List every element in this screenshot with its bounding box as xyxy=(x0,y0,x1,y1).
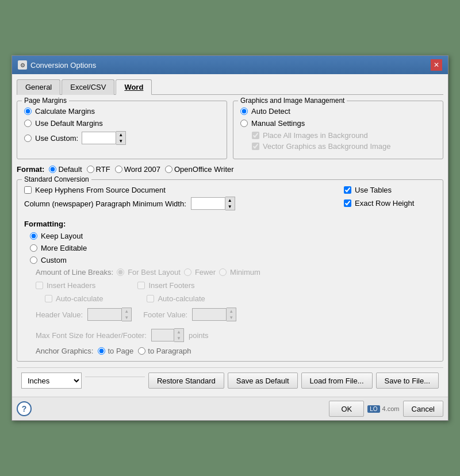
margin-custom-radio[interactable] xyxy=(24,135,32,142)
anchor-page-radio[interactable] xyxy=(98,347,105,355)
auto-detect-row: Auto Detect xyxy=(240,107,436,116)
page-margins-group: Page Margins Calculate Margins Use Defau… xyxy=(17,101,227,159)
exact-row-height-row: Exact Row Height xyxy=(344,199,436,208)
use-tables-row: Use Tables xyxy=(344,186,436,194)
format-default-label: Default xyxy=(58,165,82,174)
units-select[interactable]: Inches Centimeters Points xyxy=(21,373,82,389)
margin-up-btn[interactable]: ▲ xyxy=(116,132,125,138)
anchor-page-label: to Page xyxy=(108,347,133,355)
auto-calc-header-row: Auto-calculate xyxy=(36,294,103,303)
max-font-row: Max Font Size for Header/Footer: 20 ▲ ▼ … xyxy=(24,328,436,342)
format-default-radio[interactable] xyxy=(49,166,56,173)
col-width-row: Column (newspaper) Paragraph Minimum Wid… xyxy=(24,197,235,210)
close-button[interactable]: ✕ xyxy=(431,59,442,71)
points-label: points xyxy=(189,331,209,340)
manual-settings-radio[interactable] xyxy=(240,120,248,127)
cancel-button[interactable]: Cancel xyxy=(403,401,443,417)
custom-formatting-row: Custom xyxy=(30,256,436,264)
footer-value-row: Footer Value: 0.50 ▲ ▼ xyxy=(143,308,236,321)
keep-hyphens-label: Keep Hyphens From Source Document xyxy=(35,186,166,194)
col-width-label: Column (newspaper) Paragraph Minimum Wid… xyxy=(24,199,186,208)
anchor-paragraph-radio[interactable] xyxy=(138,347,145,355)
auto-calc-footer-label: Auto-calculate xyxy=(158,294,205,303)
tab-general[interactable]: General xyxy=(17,79,60,95)
anchor-paragraph-option: to Paragraph xyxy=(138,347,191,355)
format-rtf-radio[interactable] xyxy=(87,166,94,173)
ok-button[interactable]: OK xyxy=(329,401,364,417)
hf-values-row: Header Value: 0.50 ▲ ▼ Footer Value: xyxy=(24,308,436,325)
formatting-section: Formatting: Keep Layout More Editable Cu… xyxy=(24,220,436,355)
header-val-up-btn: ▲ xyxy=(122,308,131,314)
use-tables-label: Use Tables xyxy=(355,186,392,194)
auto-calc-header-checkbox xyxy=(45,295,52,302)
keep-hyphens-row: Keep Hyphens From Source Document xyxy=(24,186,235,194)
margin-calc-radio[interactable] xyxy=(24,108,32,115)
standard-conversion-title: Standard Conversion xyxy=(22,175,91,183)
custom-formatting-label: Custom xyxy=(41,256,67,264)
save-default-button[interactable]: Save as Default xyxy=(228,373,298,389)
help-button[interactable]: ? xyxy=(17,401,32,416)
vector-graphics-label: Vector Graphics as Background Image xyxy=(263,142,391,151)
top-section: Page Margins Calculate Margins Use Defau… xyxy=(17,101,443,165)
more-editable-label: More Editable xyxy=(41,244,87,252)
col-width-spinner: 1.35 ▲ ▼ xyxy=(191,197,235,210)
linebreaks-best-radio xyxy=(117,268,124,276)
insert-footers-label: Insert Footers xyxy=(148,281,194,290)
footer-bar: ? OK LO 4.com Cancel xyxy=(12,397,448,420)
std-conv-right: Use Tables Exact Row Height xyxy=(344,186,436,210)
auto-calc-footer-checkbox xyxy=(147,295,154,302)
header-value-spinner-btns: ▲ ▼ xyxy=(122,308,132,321)
format-rtf-option: RTF xyxy=(87,165,110,174)
vector-graphics-row: Vector Graphics as Background Image xyxy=(240,142,436,151)
format-label: Format: xyxy=(17,165,44,174)
dialog-icon: ⚙ xyxy=(18,60,27,70)
dialog-title: Conversion Options xyxy=(30,61,96,70)
max-font-label: Max Font Size for Header/Footer: xyxy=(36,331,147,340)
keep-hyphens-checkbox[interactable] xyxy=(24,186,32,194)
tab-excel-csv[interactable]: Excel/CSV xyxy=(62,79,114,95)
manual-settings-label: Manual Settings xyxy=(251,119,305,128)
margin-down-btn[interactable]: ▼ xyxy=(116,138,125,144)
use-tables-checkbox[interactable] xyxy=(344,186,351,194)
col-width-down-btn[interactable]: ▼ xyxy=(225,204,235,210)
col-width-input[interactable]: 1.35 xyxy=(191,197,225,210)
manual-settings-row: Manual Settings xyxy=(240,119,436,128)
format-oow-radio[interactable] xyxy=(165,166,172,173)
custom-margin-input[interactable]: 0.00 xyxy=(82,132,116,144)
tab-word[interactable]: Word xyxy=(116,79,152,95)
exact-row-height-checkbox[interactable] xyxy=(344,199,351,207)
keep-layout-radio[interactable] xyxy=(30,232,37,240)
col-width-up-btn[interactable]: ▲ xyxy=(225,197,235,204)
auto-detect-radio[interactable] xyxy=(240,108,248,115)
format-default-option: Default xyxy=(49,165,82,174)
logo-area: LO 4.com xyxy=(367,405,399,413)
header-value-input: 0.50 xyxy=(87,308,122,321)
footer-val-up-btn: ▲ xyxy=(227,308,236,314)
margin-default-row: Use Default Margins xyxy=(24,119,220,128)
formatting-label: Formatting: xyxy=(24,220,436,228)
vector-graphics-checkbox xyxy=(252,143,259,150)
max-font-spinner-btns: ▲ ▼ xyxy=(174,328,184,342)
custom-formatting-radio[interactable] xyxy=(30,256,37,264)
anchor-row: Anchor Graphics: to Page to Paragraph xyxy=(24,347,436,355)
title-bar-left: ⚙ Conversion Options xyxy=(18,60,96,70)
max-font-down-btn: ▼ xyxy=(174,335,183,341)
custom-margin-spinner: 0.00 ▲ ▼ xyxy=(82,131,126,145)
header-value-spinner: 0.50 ▲ ▼ xyxy=(87,308,132,321)
margin-calc-row: Calculate Margins xyxy=(24,107,220,116)
bottom-bar: Inches Centimeters Points Restore Standa… xyxy=(17,367,443,392)
graphics-group: Graphics and Image Management Auto Detec… xyxy=(233,101,443,159)
load-from-file-button[interactable]: Load from File... xyxy=(301,373,373,389)
conversion-options-dialog: ⚙ Conversion Options ✕ General Excel/CSV… xyxy=(12,55,448,421)
auto-calc-footer-row: Auto-calculate xyxy=(137,294,205,303)
auto-calc-header-label: Auto-calculate xyxy=(56,294,103,303)
margin-default-radio[interactable] xyxy=(24,120,32,127)
col-width-spinner-btns: ▲ ▼ xyxy=(225,197,235,210)
more-editable-radio[interactable] xyxy=(30,244,37,252)
header-val-down-btn: ▼ xyxy=(122,314,131,321)
save-to-file-button[interactable]: Save to File... xyxy=(376,373,439,389)
format-word2007-radio[interactable] xyxy=(115,166,122,173)
insert-headers-row: Insert Headers xyxy=(36,281,103,290)
restore-standard-button[interactable]: Restore Standard xyxy=(148,373,224,389)
format-oow-label: OpenOffice Writer xyxy=(174,165,234,174)
